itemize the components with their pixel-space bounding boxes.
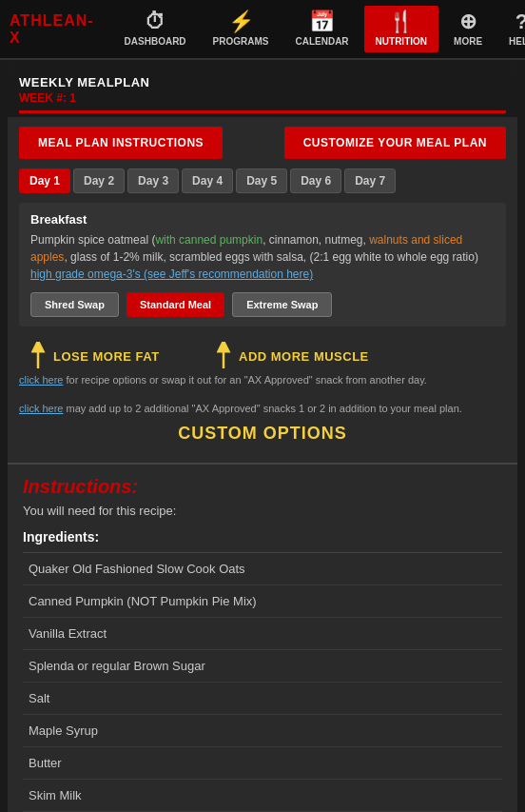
rx-note-body: may add up to 2 additional "AX Approved"… xyxy=(63,403,461,414)
weekly-mealplan-title: WEEKLY MEALPLAN xyxy=(19,75,506,89)
day-tab-2[interactable]: Day 2 xyxy=(73,168,125,193)
red-divider xyxy=(19,110,506,113)
ingredient-5: Salt xyxy=(23,683,502,715)
nav-programs[interactable]: ⚡ PROGRAMS xyxy=(202,6,281,52)
nav-help-label: HELP xyxy=(509,36,525,47)
nav-nutrition-label: NUTRITION xyxy=(376,36,427,47)
meal-plan-instructions-button[interactable]: MEAL PLAN INSTRUCTIONS xyxy=(19,127,223,159)
desc-plain3: , glass of 1-2% milk, scrambled eggs wit… xyxy=(64,250,302,264)
main-content: WEEKLY MEALPLAN WEEK #: 1 MEAL PLAN INST… xyxy=(8,68,517,812)
desc-plain1: Pumpkin spice oatmeal ( xyxy=(30,233,155,247)
day-tabs: Day 1 Day 2 Day 3 Day 4 Day 5 Day 6 Day … xyxy=(8,168,517,203)
rx-link[interactable]: click here xyxy=(19,403,63,414)
annotation-area: click here for recipe options or swap it… xyxy=(8,334,517,396)
lose-fat-arrow-icon xyxy=(29,342,48,370)
swap-buttons: Shred Swap Standard Meal Extreme Swap xyxy=(30,292,495,317)
brand-name-prefix: ATHLEAN xyxy=(10,12,88,29)
brand-logo: ATHLEAN-X xyxy=(10,12,94,47)
ingredient-6: Maple Syrup xyxy=(23,715,502,747)
you-will-need: You will need for this recipe: xyxy=(23,504,502,518)
breakfast-description: Pumpkin spice oatmeal (with canned pumpk… xyxy=(30,231,495,283)
rx-note: click here may add up to 2 additional "A… xyxy=(19,402,506,416)
custom-options-area: click here may add up to 2 additional "A… xyxy=(8,396,517,463)
day-tab-7[interactable]: Day 7 xyxy=(344,168,396,193)
desc-plain4: , (2:1 egg white to whole egg ratio) xyxy=(303,250,478,264)
desc-green: with canned pumpkin xyxy=(155,233,262,247)
ingredient-2: Canned Pumpkin (NOT Pumpkin Pie Mix) xyxy=(23,585,502,618)
customize-meal-plan-button[interactable]: CUSTOMIZE YOUR MEAL PLAN xyxy=(284,127,506,159)
nutrition-icon: 🍴 xyxy=(388,11,414,32)
day-tab-6[interactable]: Day 6 xyxy=(290,168,341,193)
nav-programs-label: PROGRAMS xyxy=(213,36,269,47)
ingredient-8: Skim Milk xyxy=(23,780,502,812)
shred-swap-button[interactable]: Shred Swap xyxy=(30,292,119,317)
day-tab-1[interactable]: Day 1 xyxy=(19,168,70,193)
nav-more[interactable]: ⊕ MORE xyxy=(442,6,494,52)
standard-meal-button[interactable]: Standard Meal xyxy=(126,292,224,317)
programs-icon: ⚡ xyxy=(228,11,254,32)
recipe-options-link[interactable]: click here xyxy=(19,374,63,386)
more-icon: ⊕ xyxy=(459,11,476,32)
ingredient-3: Vanilla Extract xyxy=(23,618,502,650)
nav-dashboard[interactable]: ⏱ DASHBOARD xyxy=(113,6,198,52)
day-tab-4[interactable]: Day 4 xyxy=(182,168,233,193)
day-tab-3[interactable]: Day 3 xyxy=(127,168,179,193)
action-buttons: MEAL PLAN INSTRUCTIONS CUSTOMIZE YOUR ME… xyxy=(8,117,517,168)
nav-items: ⏱ DASHBOARD ⚡ PROGRAMS 📅 CALENDAR 🍴 NUTR… xyxy=(113,6,525,52)
omega3-link[interactable]: high grade omega-3's (see Jeff's recomme… xyxy=(30,267,313,281)
calendar-icon: 📅 xyxy=(309,11,335,32)
top-navigation: ATHLEAN-X ⏱ DASHBOARD ⚡ PROGRAMS 📅 CALEN… xyxy=(0,0,525,60)
extreme-swap-button[interactable]: Extreme Swap xyxy=(232,292,332,317)
lose-more-fat-label: LOSE MORE FAT xyxy=(53,349,160,364)
brand-name-suffix: X xyxy=(10,30,21,46)
nav-calendar-label: CALENDAR xyxy=(295,36,348,47)
instructions-title: Instructions: xyxy=(23,476,502,498)
nav-dashboard-label: DASHBOARD xyxy=(125,36,186,47)
ingredients-list: Quaker Old Fashioned Slow Cook Oats Cann… xyxy=(23,552,502,812)
nav-nutrition[interactable]: 🍴 NUTRITION xyxy=(364,6,438,52)
week-number: WEEK #: 1 xyxy=(19,91,506,105)
custom-options-label: CUSTOM OPTIONS xyxy=(19,416,506,451)
dashboard-icon: ⏱ xyxy=(145,11,165,32)
ingredient-4: Splenda or regular Brown Sugar xyxy=(23,650,502,683)
ingredients-label: Ingredients: xyxy=(23,529,502,545)
help-icon: ? xyxy=(515,11,525,32)
snack-note-text: for recipe options or swap it out for an… xyxy=(67,374,427,386)
nav-more-label: MORE xyxy=(454,36,482,47)
nav-help[interactable]: ? HELP xyxy=(497,6,525,52)
desc-plain2: , cinnamon, nutmeg, xyxy=(262,233,369,247)
ingredient-1: Quaker Old Fashioned Slow Cook Oats xyxy=(23,553,502,585)
day-tab-5[interactable]: Day 5 xyxy=(236,168,287,193)
nav-calendar[interactable]: 📅 CALENDAR xyxy=(283,6,360,52)
breakfast-card: Breakfast Pumpkin spice oatmeal (with ca… xyxy=(19,203,506,327)
brand-separator: - xyxy=(88,12,93,29)
add-muscle-arrow-icon xyxy=(214,342,233,370)
meal-header: WEEKLY MEALPLAN WEEK #: 1 xyxy=(8,68,517,117)
ingredient-7: Butter xyxy=(23,747,502,780)
breakfast-title: Breakfast xyxy=(30,212,495,227)
instructions-section: Instructions: You will need for this rec… xyxy=(8,463,517,812)
add-more-muscle-label: ADD MORE MUSCLE xyxy=(239,349,369,364)
